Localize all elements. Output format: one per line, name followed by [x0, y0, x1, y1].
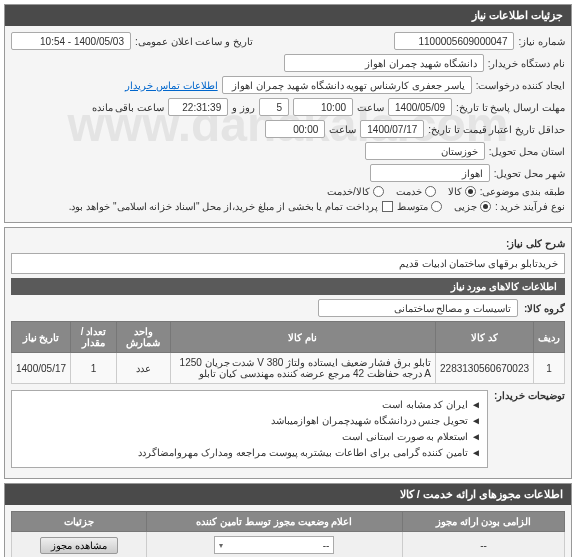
province-label: استان محل تحویل:	[489, 146, 565, 157]
pub-date-label: تاریخ و ساعت اعلان عمومی:	[135, 36, 253, 47]
th-details: جزئیات	[12, 512, 147, 532]
items-table: ردیف کد کالا نام کالا واحد شمارش تعداد /…	[11, 321, 565, 384]
city-field: اهواز	[370, 164, 490, 182]
note-item: تحویل جنس دردانشگاه شهیدچمران اهوازمیباش…	[18, 413, 481, 429]
need-details-panel: جزئیات اطلاعات نیاز www.danakala.com شما…	[4, 4, 572, 223]
type-radio-group: جزیی متوسط	[397, 201, 491, 212]
th-unit: واحد شمارش	[117, 322, 171, 353]
validity-time: 00:00	[265, 120, 325, 138]
city-label: شهر محل تحویل:	[494, 168, 565, 179]
view-permit-button[interactable]: مشاهده مجوز	[40, 537, 118, 554]
desc-box: خریدتابلو برقهای ساختمان ادبیات قدیم	[11, 253, 565, 274]
creator-label: ایجاد کننده درخواست:	[476, 80, 565, 91]
permits-panel: اطلاعات مجوزهای ارائه خدمت / کالا الزامی…	[4, 483, 572, 557]
req-no-label: شماره نیاز:	[518, 36, 565, 47]
radio-medium[interactable]	[431, 201, 442, 212]
th-name: نام کالا	[170, 322, 435, 353]
days-field: 5	[259, 98, 289, 116]
th-qty: تعداد / مقدار	[71, 322, 117, 353]
desc-label: شرح کلی نیاز:	[506, 238, 565, 249]
permits-header: اطلاعات مجوزهای ارائه خدمت / کالا	[5, 484, 571, 505]
req-no-field: 1100005609000047	[394, 32, 514, 50]
deadline-time: 10:00	[293, 98, 353, 116]
items-subheader: اطلاعات کالاهای مورد نیاز	[11, 278, 565, 295]
panel-header: جزئیات اطلاعات نیاز	[5, 5, 571, 26]
th-mandatory: الزامی بودن ارائه مجوز	[402, 512, 564, 532]
radio-partial[interactable]	[480, 201, 491, 212]
class-label: طبقه بندی موضوعی:	[480, 186, 565, 197]
creator-field: یاسر جعفری کارشناس تهویه دانشگاه شهید چم…	[222, 76, 472, 94]
group-label: گروه کالا:	[524, 303, 565, 314]
buyer-notes: ایران کد مشابه است تحویل جنس دردانشگاه ش…	[11, 390, 488, 468]
validity-date: 1400/07/17	[360, 120, 424, 138]
note-item: ایران کد مشابه است	[18, 397, 481, 413]
table-row: -- -- مشاهده مجوز	[12, 532, 565, 558]
th-date: تاریخ نیاز	[12, 322, 71, 353]
table-row: 1 2283130560670023 تابلو برق فشار ضعیف ا…	[12, 353, 565, 384]
payment-note: پرداخت تمام یا بخشی از مبلغ خرید،از محل …	[69, 201, 378, 212]
pub-date-field: 1400/05/03 - 10:54	[11, 32, 131, 50]
org-field: دانشگاه شهید چمران اهواز	[284, 54, 484, 72]
note-item: تامین کننده گرامی برای اطاعات بیشتربه پی…	[18, 445, 481, 461]
province-field: خوزستان	[365, 142, 485, 160]
deadline-date: 1400/05/09	[388, 98, 452, 116]
org-label: نام دستگاه خریدار:	[488, 58, 565, 69]
permits-table: الزامی بودن ارائه مجوز اعلام وضعیت مجوز …	[11, 511, 565, 557]
th-code: کد کالا	[436, 322, 534, 353]
status-select[interactable]: --	[214, 536, 334, 554]
payment-checkbox[interactable]	[382, 201, 393, 212]
buyer-notes-label: توضیحات خریدار:	[494, 390, 565, 401]
radio-both[interactable]	[373, 186, 384, 197]
radio-service[interactable]	[425, 186, 436, 197]
th-status: اعلام وضعیت مجوز توسط تامین کننده	[146, 512, 402, 532]
deadline-label: مهلت ارسال پاسخ تا تاریخ:	[456, 102, 565, 113]
radio-goods[interactable]	[465, 186, 476, 197]
validity-label: حداقل تاریخ اعتبار قیمت تا تاریخ:	[428, 124, 565, 135]
class-radio-group: کالا خدمت کالا/خدمت	[327, 186, 476, 197]
note-item: استعلام به صورت استانی است	[18, 429, 481, 445]
th-idx: ردیف	[534, 322, 565, 353]
need-items-panel: www.danakala.com شرح کلی نیاز: خریدتابلو…	[4, 227, 572, 479]
contact-link[interactable]: اطلاعات تماس خریدار	[125, 80, 218, 91]
group-field: تاسیسات و مصالح ساختمانی	[318, 299, 518, 317]
type-label: نوع فرآیند خرید :	[495, 201, 565, 212]
remain-field: 22:31:39	[168, 98, 228, 116]
